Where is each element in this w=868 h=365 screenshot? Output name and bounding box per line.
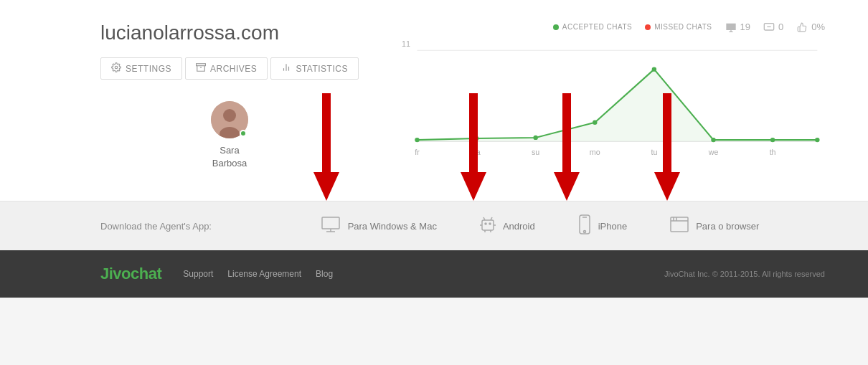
svg-point-0 <box>115 66 118 69</box>
svg-text:sa: sa <box>472 148 480 156</box>
browser-download-link[interactable]: Para o browser <box>670 217 759 235</box>
nav-tabs: SETTINGS ARCHIVES <box>100 57 359 80</box>
svg-point-45 <box>489 223 491 224</box>
chart-svg: 11 <box>402 35 825 164</box>
download-section-wrapper: Download the Agent's App: Para Windows &… <box>0 201 868 250</box>
license-link[interactable]: License Agreement <box>227 269 301 279</box>
svg-rect-38 <box>322 217 339 229</box>
gear-icon <box>111 62 121 75</box>
iphone-download-link[interactable]: iPhone <box>578 214 627 237</box>
windows-label: Para Windows & Mac <box>348 221 437 232</box>
archives-label: ARCHIVES <box>210 64 257 74</box>
avatar-wrapper <box>211 101 248 138</box>
svg-point-44 <box>485 223 486 224</box>
svg-rect-1 <box>197 64 206 66</box>
left-panel: lucianolarrossa.com SETTINGS <box>100 22 359 170</box>
svg-marker-14 <box>417 70 817 142</box>
missed-legend: MISSED CHATS <box>645 23 712 31</box>
statistics-tab[interactable]: STATISTICS <box>270 57 359 80</box>
svg-point-15 <box>415 138 419 142</box>
main-content: lucianolarrossa.com SETTINGS <box>0 0 868 201</box>
agent-name: Sara Barbosa <box>212 144 247 170</box>
footer-logo: Jivochat <box>100 265 161 283</box>
blog-link[interactable]: Blog <box>316 269 333 279</box>
footer-left: Jivochat Support License Agreement Blog <box>100 265 333 283</box>
svg-rect-41 <box>482 220 494 230</box>
iphone-label: iPhone <box>598 221 627 232</box>
svg-text:11: 11 <box>402 39 410 48</box>
windows-download-link[interactable]: Para Windows & Mac <box>321 216 437 236</box>
footer-copyright: JivoChat Inc. © 2011-2015. All rights re… <box>664 270 825 278</box>
svg-point-19 <box>652 67 656 71</box>
settings-label: SETTINGS <box>126 64 171 74</box>
chart-container: 11 <box>402 35 825 164</box>
svg-text:we: we <box>708 148 719 156</box>
svg-text:su: su <box>532 148 539 156</box>
missed-stat: 0 <box>763 22 783 32</box>
download-links: Para Windows & Mac <box>255 214 825 237</box>
statistics-icon <box>281 62 291 75</box>
svg-point-21 <box>770 138 775 142</box>
footer: Jivochat Support License Agreement Blog … <box>0 250 868 298</box>
android-icon <box>480 215 496 237</box>
chart-top-row: ACCEPTED CHATS MISSED CHATS 19 0 0% <box>402 22 825 32</box>
svg-point-17 <box>533 136 537 140</box>
archives-tab[interactable]: ARCHIVES <box>185 57 268 80</box>
statistics-label: STATISTICS <box>296 64 348 74</box>
footer-links: Support License Agreement Blog <box>183 269 333 279</box>
accepted-legend: ACCEPTED CHATS <box>553 23 632 31</box>
browser-icon <box>670 217 689 235</box>
iphone-icon <box>578 214 591 237</box>
accepted-dot <box>553 24 559 30</box>
agent-profile: Sara Barbosa <box>100 101 359 170</box>
rating-stat: 0% <box>796 22 825 32</box>
svg-text:th: th <box>770 148 776 156</box>
monitor-icon <box>321 216 341 236</box>
download-label: Download the Agent's App: <box>100 221 212 232</box>
missed-dot <box>645 24 651 30</box>
svg-point-20 <box>711 138 715 142</box>
right-panel: ACCEPTED CHATS MISSED CHATS 19 0 0% <box>402 22 825 164</box>
svg-text:mo: mo <box>590 148 600 156</box>
android-download-link[interactable]: Android <box>480 215 535 237</box>
browser-label: Para o browser <box>696 221 759 232</box>
svg-text:fr: fr <box>415 148 420 156</box>
online-status-dot <box>240 130 247 137</box>
svg-point-51 <box>583 231 585 233</box>
svg-text:tu: tu <box>651 148 657 156</box>
svg-point-22 <box>815 138 819 142</box>
site-title: lucianolarrossa.com <box>100 22 359 44</box>
archives-icon <box>196 62 206 75</box>
svg-point-18 <box>593 120 597 125</box>
settings-tab[interactable]: SETTINGS <box>100 57 182 80</box>
chats-stat: 19 <box>725 22 750 32</box>
download-bar: Download the Agent's App: Para Windows &… <box>0 201 868 250</box>
svg-point-7 <box>223 109 236 122</box>
android-label: Android <box>503 221 535 232</box>
support-link[interactable]: Support <box>183 269 213 279</box>
svg-point-16 <box>474 136 478 141</box>
